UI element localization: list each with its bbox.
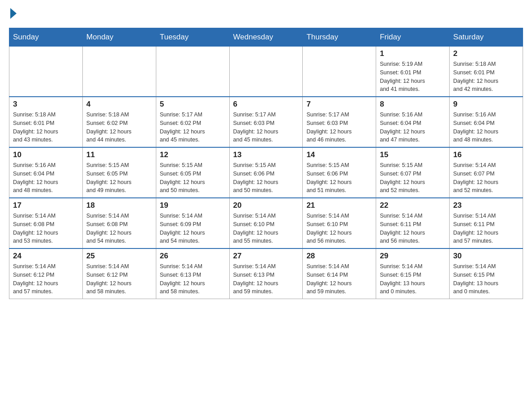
table-row: 26Sunrise: 5:14 AMSunset: 6:13 PMDayligh… (156, 248, 229, 299)
table-row: 6Sunrise: 5:17 AMSunset: 6:03 PMDaylight… (229, 97, 303, 147)
header-saturday: Saturday (450, 28, 523, 47)
day-info: Sunrise: 5:14 AMSunset: 6:10 PMDaylight:… (233, 212, 299, 245)
table-row: 18Sunrise: 5:14 AMSunset: 6:08 PMDayligh… (82, 198, 156, 248)
calendar-week-row: 24Sunrise: 5:14 AMSunset: 6:12 PMDayligh… (9, 248, 523, 299)
day-info: Sunrise: 5:14 AMSunset: 6:13 PMDaylight:… (233, 262, 299, 296)
day-number: 4 (86, 100, 152, 109)
header-monday: Monday (82, 28, 156, 47)
table-row: 2Sunrise: 5:18 AMSunset: 6:01 PMDaylight… (450, 47, 523, 97)
day-number: 21 (306, 201, 372, 210)
table-row: 28Sunrise: 5:14 AMSunset: 6:14 PMDayligh… (303, 248, 376, 299)
day-info: Sunrise: 5:18 AMSunset: 6:01 PMDaylight:… (453, 60, 519, 94)
calendar-table: Sunday Monday Tuesday Wednesday Thursday… (9, 28, 523, 299)
table-row: 11Sunrise: 5:15 AMSunset: 6:05 PMDayligh… (82, 147, 156, 198)
day-info: Sunrise: 5:14 AMSunset: 6:08 PMDaylight:… (86, 212, 152, 245)
table-row: 14Sunrise: 5:15 AMSunset: 6:06 PMDayligh… (303, 147, 376, 198)
table-row (82, 47, 156, 97)
table-row: 16Sunrise: 5:14 AMSunset: 6:07 PMDayligh… (450, 147, 523, 198)
table-row: 10Sunrise: 5:16 AMSunset: 6:04 PMDayligh… (9, 147, 83, 198)
calendar-week-row: 1Sunrise: 5:19 AMSunset: 6:01 PMDaylight… (9, 47, 523, 97)
day-info: Sunrise: 5:17 AMSunset: 6:03 PMDaylight:… (306, 111, 372, 144)
day-number: 7 (306, 100, 372, 109)
day-number: 8 (380, 100, 446, 109)
day-number: 20 (233, 201, 299, 210)
day-info: Sunrise: 5:14 AMSunset: 6:13 PMDaylight:… (160, 262, 226, 296)
day-number: 26 (160, 252, 226, 261)
table-row: 1Sunrise: 5:19 AMSunset: 6:01 PMDaylight… (376, 47, 450, 97)
day-number: 29 (380, 252, 446, 261)
day-number: 13 (233, 150, 299, 159)
day-info: Sunrise: 5:18 AMSunset: 6:02 PMDaylight:… (86, 111, 152, 144)
day-info: Sunrise: 5:16 AMSunset: 6:04 PMDaylight:… (453, 111, 519, 144)
table-row (9, 47, 83, 97)
header-thursday: Thursday (303, 28, 376, 47)
day-info: Sunrise: 5:14 AMSunset: 6:14 PMDaylight:… (306, 262, 372, 296)
day-info: Sunrise: 5:14 AMSunset: 6:15 PMDaylight:… (380, 262, 446, 296)
day-number: 24 (13, 252, 79, 261)
day-number: 28 (306, 252, 372, 261)
table-row: 4Sunrise: 5:18 AMSunset: 6:02 PMDaylight… (82, 97, 156, 147)
day-info: Sunrise: 5:14 AMSunset: 6:12 PMDaylight:… (86, 262, 152, 296)
day-info: Sunrise: 5:16 AMSunset: 6:04 PMDaylight:… (13, 161, 79, 195)
day-info: Sunrise: 5:15 AMSunset: 6:06 PMDaylight:… (306, 161, 372, 195)
day-number: 5 (160, 100, 226, 109)
table-row: 30Sunrise: 5:14 AMSunset: 6:15 PMDayligh… (450, 248, 523, 299)
table-row: 13Sunrise: 5:15 AMSunset: 6:06 PMDayligh… (229, 147, 303, 198)
calendar-week-row: 17Sunrise: 5:14 AMSunset: 6:08 PMDayligh… (9, 198, 523, 248)
table-row (303, 47, 376, 97)
table-row: 17Sunrise: 5:14 AMSunset: 6:08 PMDayligh… (9, 198, 83, 248)
day-info: Sunrise: 5:19 AMSunset: 6:01 PMDaylight:… (380, 60, 446, 94)
table-row: 21Sunrise: 5:14 AMSunset: 6:10 PMDayligh… (303, 198, 376, 248)
table-row (229, 47, 303, 97)
table-row: 7Sunrise: 5:17 AMSunset: 6:03 PMDaylight… (303, 97, 376, 147)
table-row: 25Sunrise: 5:14 AMSunset: 6:12 PMDayligh… (82, 248, 156, 299)
table-row: 9Sunrise: 5:16 AMSunset: 6:04 PMDaylight… (450, 97, 523, 147)
day-number: 6 (233, 100, 299, 109)
day-info: Sunrise: 5:15 AMSunset: 6:07 PMDaylight:… (380, 161, 446, 195)
table-row: 22Sunrise: 5:14 AMSunset: 6:11 PMDayligh… (376, 198, 450, 248)
table-row: 20Sunrise: 5:14 AMSunset: 6:10 PMDayligh… (229, 198, 303, 248)
day-number: 30 (453, 252, 519, 261)
day-info: Sunrise: 5:14 AMSunset: 6:08 PMDaylight:… (13, 212, 79, 245)
day-info: Sunrise: 5:16 AMSunset: 6:04 PMDaylight:… (380, 111, 446, 144)
day-number: 27 (233, 252, 299, 261)
calendar-week-row: 10Sunrise: 5:16 AMSunset: 6:04 PMDayligh… (9, 147, 523, 198)
day-number: 25 (86, 252, 152, 261)
day-info: Sunrise: 5:17 AMSunset: 6:03 PMDaylight:… (233, 111, 299, 144)
day-info: Sunrise: 5:17 AMSunset: 6:02 PMDaylight:… (160, 111, 226, 144)
day-number: 1 (380, 49, 446, 58)
table-row: 24Sunrise: 5:14 AMSunset: 6:12 PMDayligh… (9, 248, 83, 299)
day-info: Sunrise: 5:18 AMSunset: 6:01 PMDaylight:… (13, 111, 79, 144)
table-row (156, 47, 229, 97)
header-tuesday: Tuesday (156, 28, 229, 47)
day-number: 12 (160, 150, 226, 159)
table-row: 3Sunrise: 5:18 AMSunset: 6:01 PMDaylight… (9, 97, 83, 147)
table-row: 8Sunrise: 5:16 AMSunset: 6:04 PMDaylight… (376, 97, 450, 147)
calendar-week-row: 3Sunrise: 5:18 AMSunset: 6:01 PMDaylight… (9, 97, 523, 147)
table-row: 29Sunrise: 5:14 AMSunset: 6:15 PMDayligh… (376, 248, 450, 299)
day-info: Sunrise: 5:15 AMSunset: 6:05 PMDaylight:… (160, 161, 226, 195)
day-number: 15 (380, 150, 446, 159)
day-info: Sunrise: 5:14 AMSunset: 6:11 PMDaylight:… (380, 212, 446, 245)
day-number: 17 (13, 201, 79, 210)
day-number: 11 (86, 150, 152, 159)
table-row: 5Sunrise: 5:17 AMSunset: 6:02 PMDaylight… (156, 97, 229, 147)
day-number: 19 (160, 201, 226, 210)
table-row: 15Sunrise: 5:15 AMSunset: 6:07 PMDayligh… (376, 147, 450, 198)
table-row: 12Sunrise: 5:15 AMSunset: 6:05 PMDayligh… (156, 147, 229, 198)
logo (9, 9, 17, 19)
day-info: Sunrise: 5:14 AMSunset: 6:09 PMDaylight:… (160, 212, 226, 245)
day-info: Sunrise: 5:14 AMSunset: 6:15 PMDaylight:… (453, 262, 519, 296)
day-info: Sunrise: 5:15 AMSunset: 6:05 PMDaylight:… (86, 161, 152, 195)
calendar-header-row: Sunday Monday Tuesday Wednesday Thursday… (9, 28, 523, 47)
day-number: 16 (453, 150, 519, 159)
day-number: 9 (453, 100, 519, 109)
day-info: Sunrise: 5:14 AMSunset: 6:07 PMDaylight:… (453, 161, 519, 195)
day-info: Sunrise: 5:15 AMSunset: 6:06 PMDaylight:… (233, 161, 299, 195)
header-wednesday: Wednesday (229, 28, 303, 47)
day-info: Sunrise: 5:14 AMSunset: 6:12 PMDaylight:… (13, 262, 79, 296)
day-number: 22 (380, 201, 446, 210)
day-info: Sunrise: 5:14 AMSunset: 6:10 PMDaylight:… (306, 212, 372, 245)
header-sunday: Sunday (9, 28, 83, 47)
day-info: Sunrise: 5:14 AMSunset: 6:11 PMDaylight:… (453, 212, 519, 245)
